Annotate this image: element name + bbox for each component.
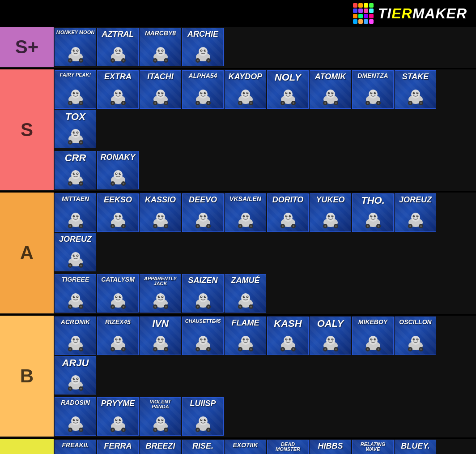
svg-point-349 [208, 348, 209, 350]
player-card[interactable]: FAIRY PEAK! [55, 70, 96, 109]
player-card[interactable]: KAYDOP [225, 70, 266, 109]
player-name: RIZEX45 [104, 317, 132, 325]
svg-point-271 [114, 293, 123, 302]
player-mascot-icon [192, 412, 214, 434]
player-card[interactable]: APPARENTLY JACK [140, 274, 181, 313]
player-card[interactable]: JOREUZ [55, 233, 96, 271]
player-card[interactable]: PRYYME [97, 397, 139, 436]
svg-point-88 [239, 102, 241, 104]
player-card[interactable]: YUKEO [310, 193, 351, 232]
player-mascot-icon [107, 43, 129, 65]
player-card[interactable]: MIKEBOY [352, 317, 394, 355]
player-card[interactable]: DORITO [267, 193, 309, 232]
player-card[interactable]: MONKEY MOON [55, 28, 96, 66]
svg-point-84 [243, 92, 244, 93]
svg-point-122 [412, 92, 415, 94]
player-card[interactable]: NOLY [267, 70, 309, 109]
player-card[interactable]: KASH [267, 317, 309, 355]
player-mascot-icon [192, 85, 214, 107]
player-card[interactable]: THO. [352, 193, 394, 232]
player-card[interactable]: DEEVO [182, 193, 224, 232]
player-mascot-icon [192, 289, 214, 311]
svg-point-343 [204, 338, 206, 341]
player-card[interactable]: ARJU [55, 356, 96, 394]
player-card[interactable]: HIBBS [310, 440, 351, 454]
svg-point-173 [119, 215, 121, 218]
svg-point-231 [369, 213, 378, 222]
player-card[interactable]: SAIZEN [182, 274, 224, 313]
player-card[interactable]: CATALYSM [97, 274, 139, 313]
svg-point-345 [204, 338, 205, 339]
player-card[interactable]: ALPHA54 [182, 70, 224, 109]
player-name: DORITO [272, 194, 305, 204]
player-card[interactable]: KASSIO [140, 193, 181, 232]
svg-point-21 [156, 47, 165, 56]
svg-point-99 [293, 102, 294, 104]
player-mascot-icon [107, 85, 129, 107]
player-card[interactable]: DMENTZA [352, 70, 394, 109]
player-card[interactable]: EXOTIIK [225, 440, 266, 454]
player-card[interactable]: STAKE [395, 70, 436, 109]
svg-point-102 [327, 92, 330, 94]
player-card[interactable]: RELATING WAVE [352, 440, 394, 454]
player-card[interactable]: AZTRAL [97, 28, 139, 66]
player-card[interactable]: EEKSO [97, 193, 139, 232]
svg-point-249 [420, 225, 422, 227]
player-card[interactable]: RISE. [182, 440, 224, 454]
player-card[interactable]: RONAKY [97, 151, 139, 189]
svg-point-11 [114, 47, 123, 56]
player-card[interactable]: CRR [55, 151, 96, 189]
player-card[interactable]: VIOLENT PANDA [140, 397, 181, 436]
svg-point-368 [282, 348, 284, 350]
svg-point-431 [156, 416, 165, 425]
svg-point-28 [154, 60, 156, 61]
svg-point-154 [116, 173, 117, 174]
player-card[interactable]: OALY [310, 317, 351, 355]
player-card[interactable]: FERRA [97, 440, 139, 454]
player-mascot-icon [234, 85, 257, 107]
player-card[interactable]: ITACHI [140, 70, 181, 109]
player-card[interactable]: DEAD MONSTER [267, 440, 309, 454]
player-card[interactable]: VKSAILEN [225, 193, 266, 232]
svg-point-229 [335, 225, 337, 227]
player-card[interactable]: FLAME [225, 317, 266, 355]
player-card[interactable]: FREAKII. [55, 440, 96, 454]
svg-point-131 [71, 129, 80, 138]
svg-point-399 [420, 348, 422, 350]
svg-point-188 [154, 225, 156, 227]
player-card[interactable]: ARCHIE [182, 28, 224, 66]
player-mascot-icon [64, 248, 87, 270]
player-card[interactable]: ZAMUÉ [225, 274, 266, 313]
svg-point-243 [416, 215, 418, 218]
svg-point-381 [369, 336, 378, 345]
svg-point-9 [80, 60, 82, 61]
svg-point-208 [239, 225, 241, 227]
player-mascot-icon [64, 124, 87, 147]
svg-point-259 [80, 265, 82, 266]
tier-content-a: MITTAEN EEKSO KASSIO [54, 193, 476, 313]
svg-point-121 [411, 90, 420, 99]
player-card[interactable]: RADOSIN [55, 397, 96, 436]
player-card[interactable]: TIGREEE [55, 274, 96, 313]
player-card[interactable]: ACRONIK [55, 317, 96, 355]
svg-point-288 [154, 306, 156, 308]
player-card[interactable]: CHAUSETTE45 [182, 317, 224, 355]
svg-point-321 [114, 336, 123, 345]
svg-point-71 [199, 90, 208, 99]
svg-point-13 [119, 50, 121, 52]
player-card[interactable]: EXTRA [97, 70, 139, 109]
player-card[interactable]: MITTAEN [55, 193, 96, 232]
player-card[interactable]: JOREUZ [395, 193, 436, 232]
player-card[interactable]: OSCILLON [395, 317, 436, 355]
player-card[interactable]: LUIISP [182, 397, 224, 436]
player-card[interactable]: ATOMIK [310, 70, 351, 109]
player-name: TOX [64, 110, 86, 122]
player-card[interactable]: BREEZI [140, 440, 181, 454]
player-card[interactable]: RIZEX45 [97, 317, 139, 355]
player-card[interactable]: TOX [55, 110, 96, 148]
player-card[interactable]: MARCBY8 [140, 28, 181, 66]
player-card[interactable]: BLUEY. [395, 440, 436, 454]
svg-point-95 [289, 92, 290, 93]
player-card[interactable]: IVN [140, 317, 181, 355]
player-name: HIBBS [317, 440, 344, 450]
